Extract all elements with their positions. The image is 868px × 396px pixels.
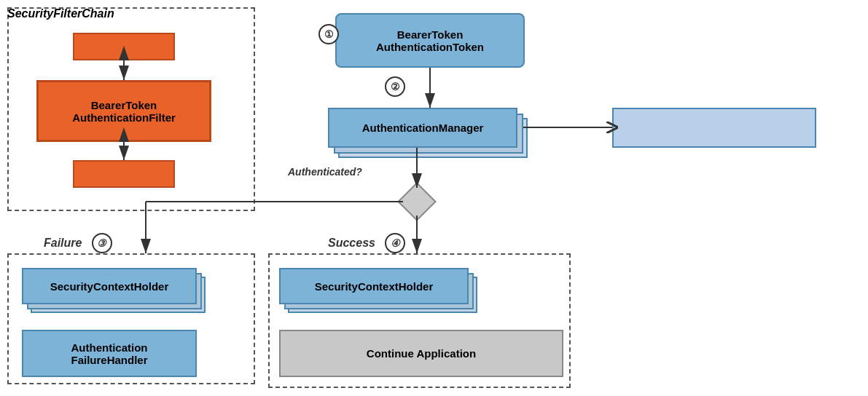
success-label: Success ④: [328, 233, 405, 253]
continue-application-label: Continue Application: [367, 347, 476, 360]
decision-diamond: [397, 182, 437, 221]
authentication-manager-box: AuthenticationManager: [328, 108, 517, 148]
bearer-token-authentication-token-label: BearerTokenAuthenticationToken: [376, 28, 484, 53]
security-context-holder-right-box: SecurityContextHolder: [279, 268, 469, 304]
bearer-token-authentication-token-box: BearerTokenAuthenticationToken: [335, 13, 525, 68]
authentication-manager-label: AuthenticationManager: [362, 122, 484, 134]
authentication-failure-handler-box: AuthenticationFailureHandler: [22, 330, 197, 377]
security-context-holder-left-label: SecurityContextHolder: [50, 280, 169, 293]
step-2-badge: ②: [385, 76, 405, 97]
authentication-manager-resolver-box: AuthenticationManagerResolver: [612, 108, 816, 148]
bearer-token-authentication-filter-box: BearerTokenAuthenticationFilter: [36, 80, 211, 142]
security-context-holder-left-box: SecurityContextHolder: [22, 268, 197, 304]
top-filter-bar: [73, 33, 175, 60]
security-filter-chain-label: SecurityFilterChain: [7, 7, 114, 20]
step-4-badge: ④: [385, 233, 405, 253]
diagram-container: SecurityFilterChain BearerTokenAuthentic…: [0, 0, 868, 396]
bearer-token-authentication-filter-label: BearerTokenAuthenticationFilter: [72, 99, 176, 124]
bottom-filter-bar: [73, 160, 175, 188]
authentication-failure-handler-label: AuthenticationFailureHandler: [71, 341, 147, 366]
failure-label: Failure ③: [44, 233, 112, 253]
authenticated-question-label: Authenticated?: [288, 166, 362, 178]
step-1-badge: ①: [318, 24, 339, 44]
security-context-holder-right-label: SecurityContextHolder: [315, 280, 434, 293]
step-3-badge: ③: [92, 233, 112, 253]
continue-application-box: Continue Application: [279, 330, 563, 377]
